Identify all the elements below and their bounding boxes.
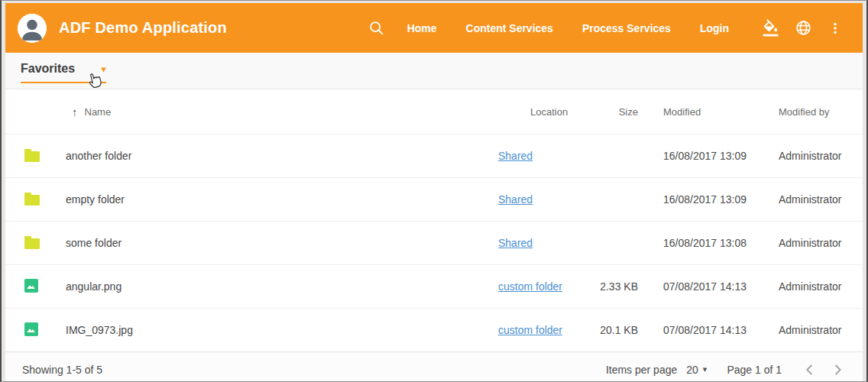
modified-date: 07/08/2017 14:13 <box>638 265 756 309</box>
chevron-down-icon: ▾ <box>101 64 106 74</box>
file-name[interactable]: another folder <box>53 134 493 178</box>
pagination-bar: Showing 1-5 of 5 Items per page 20 ▾ Pag… <box>5 351 863 381</box>
nav-content-services[interactable]: Content Services <box>452 22 568 34</box>
document-list: ↑ Name Location Size Modified Modified b… <box>5 89 863 381</box>
nav-home[interactable]: Home <box>393 22 452 34</box>
table-row[interactable]: some folder Shared 16/08/2017 13:08 Admi… <box>5 222 863 265</box>
location-link[interactable]: custom folder <box>498 280 562 293</box>
modified-date: 16/08/2017 13:09 <box>638 178 756 222</box>
language-globe-icon[interactable] <box>787 19 820 37</box>
page-nav-buttons <box>802 361 846 378</box>
modified-date: 16/08/2017 13:09 <box>638 134 756 178</box>
file-size <box>578 178 638 222</box>
image-file-icon <box>24 322 38 336</box>
modified-date: 16/08/2017 13:08 <box>638 222 756 265</box>
nav-login[interactable]: Login <box>685 22 743 34</box>
search-icon[interactable] <box>361 20 393 37</box>
modified-by: Administrator <box>756 309 863 352</box>
location-link[interactable]: custom folder <box>498 324 562 336</box>
user-avatar[interactable] <box>18 14 47 43</box>
modified-by: Administrator <box>756 178 863 222</box>
files-table: ↑ Name Location Size Modified Modified b… <box>5 89 863 351</box>
file-name[interactable]: some folder <box>53 222 493 265</box>
modified-by: Administrator <box>756 134 863 178</box>
chevron-down-icon: ▾ <box>703 364 708 374</box>
table-row[interactable]: angular.png custom folder 2.33 KB 07/08/… <box>5 265 863 309</box>
file-size <box>578 134 638 178</box>
column-header-name[interactable]: ↑ Name <box>53 89 493 134</box>
more-menu-icon[interactable] <box>820 20 850 37</box>
table-row[interactable]: another folder Shared 16/08/2017 13:09 A… <box>5 134 863 178</box>
items-per-page-label: Items per page <box>606 364 677 376</box>
file-name[interactable]: empty folder <box>53 178 493 222</box>
table-header-row: ↑ Name Location Size Modified Modified b… <box>5 89 863 134</box>
showing-range-label: Showing 1-5 of 5 <box>22 364 102 376</box>
items-per-page-select[interactable]: 20 ▾ <box>686 364 707 376</box>
location-link[interactable]: Shared <box>498 237 533 249</box>
folder-icon <box>24 151 40 162</box>
app-toolbar: ADF Demo Application Home Content Servic… <box>5 3 863 53</box>
location-link[interactable]: Shared <box>498 193 533 206</box>
tab-favorites[interactable]: Favorites ▾ <box>21 62 106 83</box>
header-icon-spacer <box>5 89 53 134</box>
toolbar-nav: Home Content Services Process Services L… <box>393 22 754 34</box>
folder-icon <box>24 195 40 206</box>
location-link[interactable]: Shared <box>498 150 533 162</box>
column-header-modified[interactable]: Modified <box>638 89 756 134</box>
adf-demo-app: ADF Demo Application Home Content Servic… <box>5 3 863 381</box>
items-per-page: Items per page 20 ▾ <box>606 364 708 376</box>
next-page-icon[interactable] <box>829 361 846 378</box>
nav-process-services[interactable]: Process Services <box>568 22 685 34</box>
file-size: 2.33 KB <box>578 265 638 309</box>
items-per-page-value: 20 <box>686 364 698 376</box>
image-file-icon <box>24 279 38 293</box>
tab-bar: Favorites ▾ <box>5 53 863 89</box>
previous-page-icon[interactable] <box>802 361 818 378</box>
app-window: ADF Demo Application Home Content Servic… <box>0 0 868 382</box>
person-icon <box>18 14 47 43</box>
column-header-location[interactable]: Location <box>493 89 578 134</box>
file-size: 20.1 KB <box>578 309 638 352</box>
modified-date: 07/08/2017 14:13 <box>638 309 756 352</box>
theme-color-fill-icon[interactable] <box>754 19 787 37</box>
page-status-label: Page 1 of 1 <box>727 364 782 376</box>
file-name[interactable]: angular.png <box>53 265 493 309</box>
sort-ascending-icon[interactable]: ↑ <box>72 105 78 118</box>
column-header-size[interactable]: Size <box>578 89 638 134</box>
app-title: ADF Demo Application <box>59 19 227 37</box>
file-size <box>578 222 638 265</box>
tab-favorites-label: Favorites <box>21 62 75 76</box>
folder-icon <box>24 238 40 249</box>
column-name-label: Name <box>85 106 112 118</box>
modified-by: Administrator <box>756 265 863 309</box>
pager-controls: Items per page 20 ▾ Page 1 of 1 <box>606 361 846 378</box>
table-row[interactable]: empty folder Shared 16/08/2017 13:09 Adm… <box>5 178 863 222</box>
modified-by: Administrator <box>756 222 863 265</box>
file-name[interactable]: IMG_0973.jpg <box>53 309 493 352</box>
table-row[interactable]: IMG_0973.jpg custom folder 20.1 KB 07/08… <box>5 309 863 352</box>
column-header-modified-by[interactable]: Modified by <box>756 89 863 134</box>
